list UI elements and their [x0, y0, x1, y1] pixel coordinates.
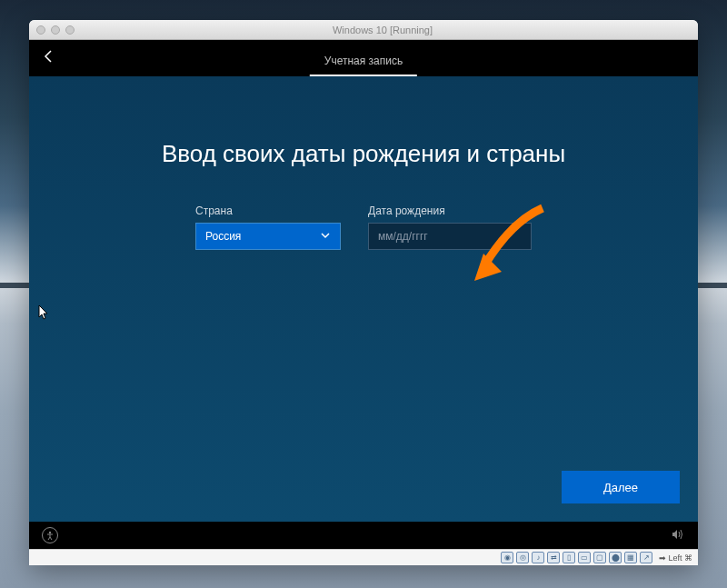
- status-audio-icon[interactable]: ♪: [532, 552, 544, 563]
- dob-input[interactable]: мм/дд/гггг: [368, 223, 532, 250]
- tab-account[interactable]: Учетная запись: [310, 55, 417, 76]
- status-shared-icon[interactable]: ▭: [578, 552, 591, 563]
- dob-group: Дата рождения мм/дд/гггг: [368, 204, 532, 250]
- back-button[interactable]: [40, 47, 58, 70]
- vm-window: Windows 10 [Running] Учетная запись Ввод…: [29, 20, 698, 565]
- status-cpu-icon[interactable]: ▦: [624, 552, 637, 563]
- status-network-icon[interactable]: ⇄: [547, 552, 560, 563]
- setup-top-bar: Учетная запись: [29, 40, 698, 76]
- traffic-lights: [36, 25, 75, 35]
- setup-body: Ввод своих даты рождения и страны Страна…: [29, 76, 698, 522]
- host-key-indicator: ➡ Left ⌘: [659, 553, 692, 563]
- page-heading: Ввод своих даты рождения и страны: [162, 140, 565, 168]
- country-group: Страна Россия: [195, 204, 341, 250]
- dob-label: Дата рождения: [368, 204, 532, 217]
- volume-icon[interactable]: [671, 528, 685, 543]
- window-title: Windows 10 [Running]: [75, 25, 691, 35]
- next-button[interactable]: Далее: [562, 471, 680, 503]
- minimize-window-button[interactable]: [51, 25, 60, 35]
- status-optical-icon[interactable]: ◎: [516, 552, 529, 563]
- status-mouse-icon[interactable]: ↗: [640, 552, 652, 563]
- window-titlebar: Windows 10 [Running]: [29, 20, 698, 40]
- dob-placeholder: мм/дд/гггг: [378, 230, 428, 243]
- country-label: Страна: [195, 204, 341, 217]
- setup-bottom-bar: [29, 522, 698, 549]
- vm-status-bar: ◉ ◎ ♪ ⇄ ▯ ▭ ▢ ⬤ ▦ ↗ ➡ Left ⌘: [29, 549, 698, 565]
- svg-point-0: [49, 532, 51, 533]
- host-key-label: Left ⌘: [668, 553, 692, 563]
- status-display-icon[interactable]: ▢: [593, 552, 606, 563]
- host-key-arrow-icon: ➡: [659, 553, 666, 563]
- country-value: Россия: [205, 230, 241, 243]
- form-row: Страна Россия Дата рождения мм/дд/гггг: [195, 204, 532, 250]
- setup-tabs: Учетная запись: [310, 40, 417, 76]
- status-usb-icon[interactable]: ▯: [563, 552, 575, 563]
- maximize-window-button[interactable]: [65, 25, 75, 35]
- accessibility-icon[interactable]: [42, 527, 58, 543]
- status-hdd-icon[interactable]: ◉: [501, 552, 513, 563]
- status-recording-icon[interactable]: ⬤: [609, 552, 622, 563]
- country-dropdown[interactable]: Россия: [195, 223, 341, 250]
- vm-guest-screen: Учетная запись Ввод своих даты рождения …: [29, 40, 698, 549]
- chevron-down-icon: [320, 230, 331, 244]
- close-window-button[interactable]: [36, 25, 45, 35]
